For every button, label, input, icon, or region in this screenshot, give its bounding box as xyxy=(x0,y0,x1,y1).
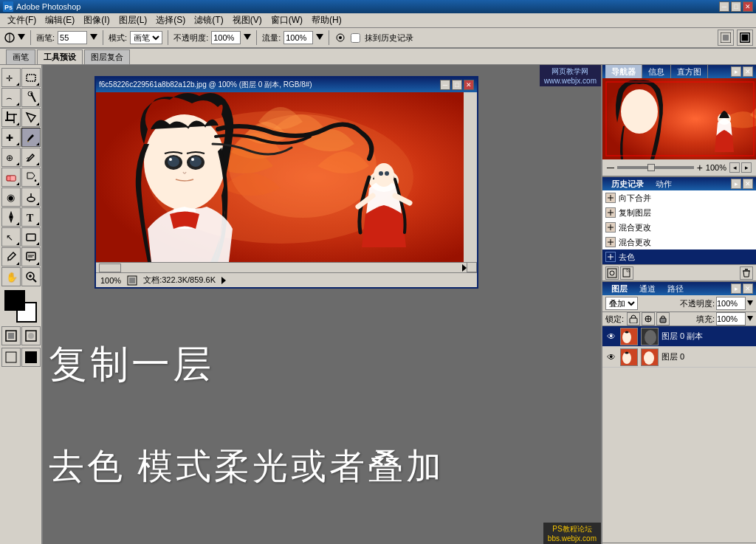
tab-histogram[interactable]: 直方图 xyxy=(671,65,708,79)
menu-layer[interactable]: 图层(L) xyxy=(114,13,152,28)
history-menu-button[interactable]: ▸ xyxy=(731,179,741,189)
image-close-button[interactable]: ✕ xyxy=(464,80,474,90)
history-panel-controls: ▸ ✕ xyxy=(731,179,753,189)
blur-tool[interactable]: ◉ xyxy=(1,187,21,207)
new-document-button[interactable] xyxy=(620,266,633,280)
menu-window[interactable]: 窗口(W) xyxy=(267,13,307,28)
tab-actions[interactable]: 动作 xyxy=(650,177,678,191)
opacity-input[interactable] xyxy=(211,31,241,44)
flow-input[interactable] xyxy=(284,31,313,44)
svg-text:⌢: ⌢ xyxy=(6,92,13,103)
menu-help[interactable]: 帮助(H) xyxy=(307,13,346,28)
zoom-increase-btn[interactable]: + xyxy=(697,162,703,173)
lasso-tool[interactable]: ⌢ xyxy=(1,88,21,107)
marquee-tool[interactable] xyxy=(21,68,41,87)
screen-mode-button[interactable] xyxy=(737,30,753,46)
foreground-color[interactable] xyxy=(4,290,25,311)
crop-tool[interactable] xyxy=(1,108,21,127)
layers-menu-button[interactable]: ▸ xyxy=(731,283,741,294)
quick-mask-button[interactable] xyxy=(718,30,734,46)
tab-info[interactable]: 信息 xyxy=(642,65,671,79)
brush-mode-selector[interactable] xyxy=(3,31,25,44)
lock-pixels-button[interactable] xyxy=(627,312,640,326)
screen-mode-full-button[interactable] xyxy=(21,348,41,367)
menu-edit[interactable]: 编辑(E) xyxy=(41,13,79,28)
menu-select[interactable]: 选择(S) xyxy=(151,13,190,28)
separator-2 xyxy=(103,30,103,45)
fill-value-input[interactable] xyxy=(716,312,746,326)
tab-brush[interactable]: 画笔 xyxy=(6,49,35,64)
tab-layer-comps[interactable]: 图层复合 xyxy=(84,49,130,64)
layer-item-1[interactable]: 👁 图层 0 xyxy=(602,347,756,368)
image-minimize-button[interactable]: ─ xyxy=(440,80,450,90)
tab-layers[interactable]: 图层 xyxy=(605,282,633,296)
tab-channels[interactable]: 通道 xyxy=(633,282,662,296)
status-arrow[interactable] xyxy=(221,277,226,284)
history-item-4[interactable]: 去色 xyxy=(602,249,756,264)
zoom-tool[interactable] xyxy=(21,267,41,286)
history-item-1[interactable]: 复制图层 xyxy=(602,205,756,220)
menu-file[interactable]: 文件(F) xyxy=(3,13,41,28)
fill-tool[interactable] xyxy=(21,168,41,187)
text-tool[interactable]: T xyxy=(21,207,41,227)
shape-tool[interactable] xyxy=(21,227,41,247)
mode-select[interactable]: 画笔 xyxy=(130,31,162,44)
maximize-button[interactable]: □ xyxy=(731,1,741,12)
history-close-button[interactable]: ✕ xyxy=(743,179,753,189)
opacity-value-input[interactable] xyxy=(716,297,746,310)
menu-filter[interactable]: 滤镜(T) xyxy=(190,13,227,28)
magic-wand-tool[interactable] xyxy=(21,88,41,107)
nav-scroll-left[interactable]: ◂ xyxy=(729,162,740,173)
delete-history-button[interactable] xyxy=(740,266,753,280)
history-brush-tool[interactable] xyxy=(21,148,41,167)
path-selection-tool[interactable]: ↖ xyxy=(1,227,21,247)
eraser-tool[interactable] xyxy=(1,168,21,187)
healing-tool[interactable]: ✚ xyxy=(1,128,21,147)
menu-view[interactable]: 视图(V) xyxy=(228,13,267,28)
history-controls xyxy=(602,264,756,280)
layer-eye-0[interactable]: 👁 xyxy=(605,331,617,342)
lock-all-button[interactable] xyxy=(656,312,670,326)
navigator-close-button[interactable]: ✕ xyxy=(743,66,753,77)
clone-tool[interactable]: ⊕ xyxy=(1,148,21,167)
tab-navigator[interactable]: 导航器 xyxy=(605,65,642,79)
new-snapshot-button[interactable] xyxy=(605,266,619,280)
tab-paths[interactable]: 路径 xyxy=(662,282,690,296)
zoom-decrease-btn[interactable]: ─ xyxy=(607,162,614,173)
menu-image[interactable]: 图像(I) xyxy=(79,13,114,28)
dodge-tool[interactable] xyxy=(21,187,41,207)
tab-tool-presets[interactable]: 工具预设 xyxy=(37,49,83,64)
zoom-thumb[interactable] xyxy=(647,164,655,171)
minimize-button[interactable]: ─ xyxy=(719,1,729,12)
quick-mask-mode-button[interactable] xyxy=(21,326,41,345)
layers-close-button[interactable]: ✕ xyxy=(743,283,753,294)
horizontal-scrollbar[interactable] xyxy=(96,262,467,272)
lock-buttons xyxy=(627,312,670,326)
svg-marker-6 xyxy=(244,34,251,40)
eyedropper-tool[interactable] xyxy=(1,247,21,266)
close-button[interactable]: ✕ xyxy=(743,1,753,12)
history-checkbox[interactable] xyxy=(351,33,360,43)
layer-item-0[interactable]: 👁 图层 0 副本 xyxy=(602,326,756,347)
zoom-slider[interactable] xyxy=(617,166,694,169)
slice-tool[interactable] xyxy=(21,108,41,127)
nav-scroll-right[interactable]: ▸ xyxy=(741,162,752,173)
layer-eye-1[interactable]: 👁 xyxy=(605,351,617,363)
move-tool[interactable]: ✛ xyxy=(1,68,21,87)
pen-tool[interactable] xyxy=(1,207,21,227)
lock-position-button[interactable] xyxy=(642,312,655,326)
image-maximize-button[interactable]: □ xyxy=(452,80,462,90)
notes-tool[interactable] xyxy=(21,247,41,266)
tab-history[interactable]: 历史记录 xyxy=(605,177,650,191)
history-item-3[interactable]: 混合更改 xyxy=(602,235,756,249)
history-item-0[interactable]: 向下合并 xyxy=(602,190,756,205)
flow-label: 流量: xyxy=(262,32,281,44)
history-item-2[interactable]: 混合更改 xyxy=(602,220,756,235)
brush-tool[interactable] xyxy=(21,128,41,147)
screen-mode-standard-button[interactable] xyxy=(1,348,21,367)
hand-tool[interactable]: ✋ xyxy=(1,267,21,286)
brush-size-input[interactable] xyxy=(58,31,87,44)
standard-mode-button[interactable] xyxy=(1,326,21,345)
navigator-menu-button[interactable]: ▸ xyxy=(731,66,741,77)
blend-mode-select[interactable]: 叠加 正常 柔光 滤色 xyxy=(605,297,638,310)
